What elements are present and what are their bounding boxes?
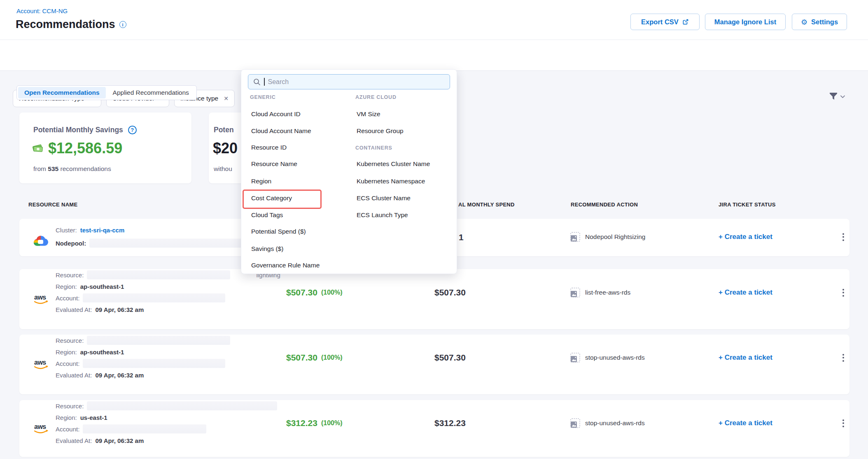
filter-option-resource-group[interactable]: Resource Group [357, 127, 404, 135]
table-row[interactable]: aws Resource: Region: us-east-1 Account:… [19, 400, 849, 457]
redacted-value [83, 359, 225, 368]
action-image-icon [570, 418, 580, 428]
evaluated-at-value: 09 Apr, 06:32 am [95, 437, 144, 444]
filter-option-governance-rule-name[interactable]: Governance Rule Name [251, 262, 320, 269]
filter-option-ecs-launch-type[interactable]: ECS Launch Type [357, 211, 408, 219]
savings-card-value: $12,586.59 [48, 140, 122, 157]
filter-option-cloud-account-name[interactable]: Cloud Account Name [251, 127, 311, 135]
recommended-action: list-free-aws-rds [570, 287, 630, 298]
column-header-total-monthly-spend: AL MONTHLY SPEND [458, 201, 515, 208]
savings-percentage: (100%) [321, 289, 343, 296]
info-icon[interactable]: i [119, 21, 126, 28]
redacted-value [83, 424, 206, 433]
manage-ignore-list-label: Manage Ignore List [714, 18, 776, 26]
filter-option-resource-name[interactable]: Resource Name [251, 160, 297, 168]
action-name: list-free-aws-rds [585, 289, 630, 296]
resource-details: Resource: Region: ap-southeast-1 Account… [56, 335, 230, 381]
row-menu-button[interactable] [841, 287, 846, 298]
filter-option-cloud-account-id[interactable]: Cloud Account ID [251, 110, 301, 118]
total-monthly-spend-value: $507.30 [434, 352, 466, 363]
region-label: Region: [56, 283, 77, 290]
account-label: Account: [56, 295, 79, 302]
export-csv-button[interactable]: Export CSV [630, 14, 700, 30]
column-header-resource-name: RESOURCE NAME [28, 201, 77, 208]
filter-option-cloud-tags[interactable]: Cloud Tags [251, 211, 283, 219]
evaluated-at-label: Evaluated At: [56, 306, 92, 313]
create-ticket-link[interactable]: + Create a ticket [719, 231, 772, 243]
region-label: Region: [56, 349, 77, 356]
recommended-action: stop-unused-aws-rds [570, 417, 645, 429]
kebab-icon [841, 418, 846, 429]
search-input[interactable] [248, 74, 450, 89]
filter-bar: Recommendation Type Cloud Provider Insta… [0, 40, 868, 71]
manage-ignore-list-button[interactable]: Manage Ignore List [705, 14, 786, 30]
action-name: Nodepool Rightsizing [585, 233, 645, 241]
resource-details: Resource: lightwing Region: ap-southeast… [56, 269, 280, 315]
cluster-link[interactable]: test-sri-qa-ccm [80, 227, 125, 234]
create-ticket-link[interactable]: + Create a ticket [719, 417, 772, 429]
create-ticket-link[interactable]: + Create a ticket [719, 287, 772, 298]
filter-option-kubernetes-cluster-name[interactable]: Kubernetes Cluster Name [357, 160, 430, 168]
filter-option-ecs-cluster-name[interactable]: ECS Cluster Name [357, 194, 411, 202]
filter-option-region[interactable]: Region [251, 178, 271, 185]
settings-button[interactable]: ⚙ Settings [792, 14, 847, 30]
filter-option-cost-category[interactable]: Cost Category [251, 194, 292, 202]
potential-savings-value: $507.30(100%) [286, 287, 343, 298]
savings-percentage: (100%) [321, 419, 343, 427]
breadcrumb[interactable]: Account: CCM-NG [16, 7, 68, 14]
column-header-jira-ticket-status: JIRA TICKET STATUS [719, 201, 776, 208]
spend-card-sub-partial: withou [214, 165, 232, 172]
filter-option-potential-spend[interactable]: Potential Spend ($) [251, 228, 306, 235]
section-azure-cloud: AZURE CLOUD [355, 94, 397, 100]
action-image-icon [570, 353, 580, 363]
region-value: ap-southeast-1 [80, 283, 124, 290]
action-name: stop-unused-aws-rds [585, 419, 645, 427]
resource-label: Resource: [56, 403, 84, 410]
spend-card-label-partial: Poten [214, 126, 234, 134]
add-filter-dropdown: GENERIC Cloud Account ID Cloud Account N… [241, 69, 457, 274]
kebab-icon [841, 352, 846, 363]
savings-count: 535 [48, 165, 58, 172]
filter-option-resource-id[interactable]: Resource ID [251, 144, 287, 151]
page-header: Account: CCM-NG Recommendations i Export… [0, 0, 868, 40]
row-menu-button[interactable] [841, 231, 846, 243]
funnel-icon [828, 92, 838, 101]
potential-savings-value: $312.23(100%) [286, 417, 343, 429]
filter-option-vm-size[interactable]: VM Size [357, 110, 380, 118]
savings-sub-prefix: from [33, 165, 46, 172]
evaluated-at-label: Evaluated At: [56, 437, 92, 444]
spend-card-value-partial: $20 [213, 140, 238, 157]
section-containers: CONTAINERS [355, 145, 392, 151]
filter-funnel-button[interactable] [828, 92, 845, 101]
aws-logo-icon: aws [32, 422, 51, 435]
settings-label: Settings [811, 18, 838, 26]
table-row[interactable]: aws Resource: Region: ap-southeast-1 Acc… [19, 335, 849, 394]
create-ticket-link[interactable]: + Create a ticket [719, 352, 772, 363]
recommended-action: Nodepool Rightsizing [570, 231, 645, 243]
savings-sub-suffix: recommendations [61, 165, 111, 172]
help-icon[interactable]: ? [128, 126, 137, 134]
region-label: Region: [56, 414, 77, 421]
account-label: Account: [56, 426, 79, 433]
aws-logo-icon: aws [32, 293, 51, 305]
filter-option-kubernetes-namespace[interactable]: Kubernetes Namespace [357, 178, 425, 185]
redacted-value [83, 293, 225, 302]
close-icon[interactable]: ✕ [224, 95, 229, 102]
table-row[interactable]: aws Resource: lightwing Region: ap-south… [19, 269, 849, 329]
nodepool-label: Nodepool: [56, 240, 86, 247]
total-monthly-spend-value: $312.23 [434, 417, 466, 429]
redacted-value [89, 239, 252, 248]
row-menu-button[interactable] [841, 352, 846, 363]
row-menu-button[interactable] [841, 417, 846, 429]
svg-text:aws: aws [34, 423, 46, 430]
recommended-action: stop-unused-aws-rds [570, 352, 645, 363]
gear-icon: ⚙ [801, 18, 807, 26]
column-header-recommended-action: RECOMMENDED ACTION [571, 201, 638, 208]
tab-applied-recommendations[interactable]: Applied Recommendations [107, 87, 195, 98]
region-value: ap-southeast-1 [80, 349, 124, 356]
tab-open-recommendations[interactable]: Open Recommendations [18, 87, 106, 98]
filter-option-savings[interactable]: Savings ($) [251, 245, 283, 253]
section-generic: GENERIC [250, 94, 276, 100]
search-field[interactable] [268, 78, 441, 86]
external-link-icon [682, 19, 689, 25]
